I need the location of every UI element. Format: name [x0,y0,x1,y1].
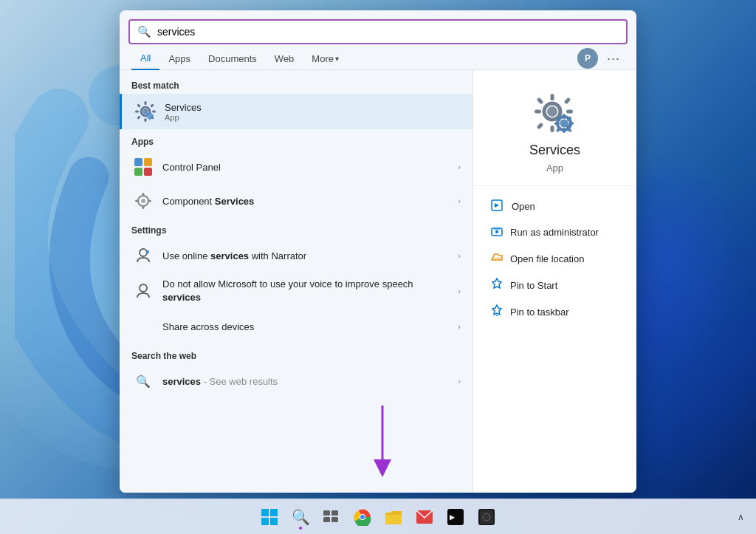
svg-point-21 [141,199,145,203]
svg-rect-12 [149,112,151,114]
svg-rect-34 [566,110,573,114]
svg-rect-1 [145,101,147,105]
svg-rect-19 [144,168,152,176]
svg-point-52 [495,230,498,233]
search-input[interactable] [157,26,619,38]
tab-more[interactable]: More▾ [303,48,348,69]
tabs-row: All Apps Documents Web More▾ P ··· [120,47,636,70]
taskbar-search-button[interactable]: 🔍 [286,502,315,532]
svg-text:▶: ▶ [450,512,456,522]
control-panel-item[interactable]: Control Panel › [120,150,472,184]
file-location-action[interactable]: Open file location [488,245,622,272]
run-admin-action[interactable]: Run as administrator [488,219,622,245]
settings-section-label: Settings [120,218,472,239]
pin-taskbar-action[interactable]: Pin to taskbar [488,298,622,325]
control-panel-icon [131,155,155,179]
voice-icon [131,279,155,303]
pin-taskbar-icon [491,304,503,319]
svg-rect-53 [492,257,502,260]
taskbar-taskview-button[interactable] [317,502,346,532]
svg-rect-35 [536,97,543,105]
control-panel-arrow: › [458,162,461,171]
taskbar-terminal-button[interactable]: ▶ [441,502,470,532]
svg-rect-14 [146,115,148,117]
right-detail-panel: Services App Open [472,70,636,493]
services-result-text: Services App [165,102,461,122]
svg-rect-2 [145,118,147,122]
component-services-text: Component Services [162,196,450,207]
taskbar: 🔍 [0,499,756,534]
web-search-icon: 🔍 [131,369,155,393]
svg-rect-43 [554,122,560,125]
open-action[interactable]: Open [488,194,622,219]
app-large-icon [532,91,579,138]
taskbar-powershell-button[interactable] [472,502,501,532]
svg-rect-69 [385,515,402,524]
component-services-item[interactable]: Component Services › [120,184,472,218]
component-services-icon [131,189,155,213]
svg-rect-3 [135,111,139,113]
svg-rect-13 [149,117,151,120]
file-location-icon [491,251,503,266]
services-result-sub: App [165,113,461,122]
component-services-arrow: › [458,196,461,205]
taskbar-mail-button[interactable] [410,502,439,532]
narrator-icon [131,244,155,267]
pin-taskbar-label: Pin to taskbar [510,307,569,318]
svg-rect-64 [331,517,338,522]
svg-rect-7 [137,115,141,120]
narrator-services-text: Use online services with Narrator [162,250,450,261]
svg-rect-31 [550,94,554,100]
svg-point-30 [547,106,557,117]
web-search-item[interactable]: 🔍 services - See web results › [120,364,472,398]
svg-point-11 [148,114,151,117]
services-result-item[interactable]: Services App [120,94,472,129]
tab-apps[interactable]: Apps [159,48,199,69]
tab-all[interactable]: All [131,47,159,70]
more-options-button[interactable]: ··· [602,48,625,69]
svg-rect-33 [535,110,541,114]
svg-rect-44 [568,122,574,125]
svg-rect-60 [270,518,278,525]
svg-rect-16 [134,158,142,166]
open-icon [491,199,504,213]
search-web-label: Search the web [120,343,472,364]
services-icon [134,100,157,123]
pin-start-action[interactable]: Pin to Start [488,272,622,298]
control-panel-text: Control Panel [162,162,450,173]
windows-start-button[interactable] [255,502,284,532]
pin-start-icon [491,278,503,292]
svg-rect-58 [270,509,278,516]
svg-rect-4 [152,111,156,113]
tab-web[interactable]: Web [266,48,303,69]
svg-rect-32 [550,126,554,132]
taskbar-corner: ∧ [738,512,744,522]
taskbar-chrome-button[interactable] [348,502,377,532]
voice-services-text: Do not allow Microsoft to use your voice… [162,278,450,304]
web-search-arrow: › [458,377,461,386]
taskbar-explorer-button[interactable] [379,502,408,532]
svg-rect-63 [323,517,330,522]
search-bar: 🔍 [128,19,628,44]
svg-rect-8 [150,103,154,108]
svg-rect-15 [151,115,154,117]
tab-documents[interactable]: Documents [199,48,266,69]
apps-section-label: Apps [120,129,472,150]
search-bar-icon: 🔍 [137,25,151,38]
app-detail-name: Services [529,143,580,158]
svg-rect-42 [563,128,566,133]
voice-services-item[interactable]: Do not allow Microsoft to use your voice… [120,273,472,309]
file-location-label: Open file location [510,253,584,264]
svg-rect-41 [563,114,566,119]
share-devices-item[interactable]: Share across devices › [120,309,472,343]
narrator-services-item[interactable]: Use online services with Narrator › [120,239,472,273]
svg-rect-24 [135,200,138,202]
avatar-button[interactable]: P [577,48,598,69]
app-detail-type: App [546,162,563,174]
svg-point-75 [483,513,490,521]
svg-rect-38 [563,97,571,105]
left-results-panel: Best match [120,70,472,493]
svg-rect-61 [323,510,330,516]
svg-rect-17 [144,158,152,166]
run-admin-label: Run as administrator [510,227,599,238]
